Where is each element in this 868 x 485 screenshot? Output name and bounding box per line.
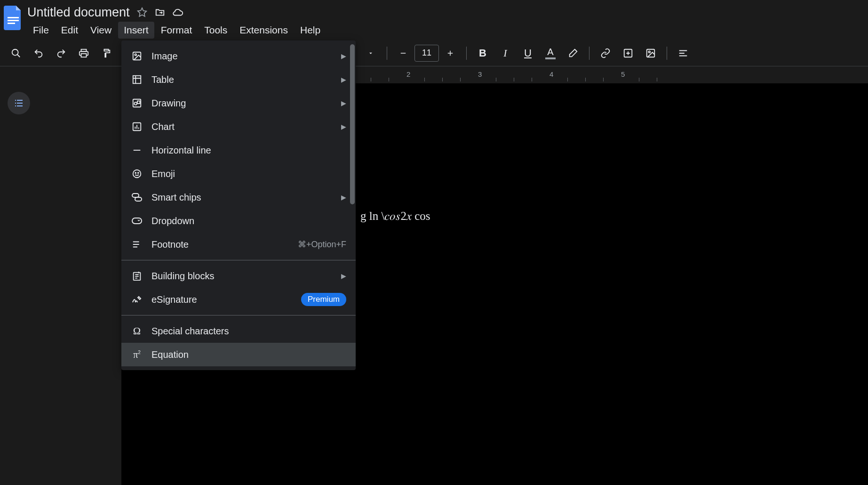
insert-link-icon[interactable] (595, 43, 616, 64)
menubar: File Edit View Insert Format Tools Exten… (27, 22, 326, 39)
shortcut-label: ⌘+Option+F (298, 239, 346, 250)
menu-item-label: Emoji (151, 169, 346, 179)
menu-item-label: Equation (151, 349, 346, 360)
title-area: Untitled document File Edit View Insert … (27, 3, 326, 39)
chart-icon (131, 121, 143, 133)
menu-item-dropdown[interactable]: Dropdown (121, 209, 356, 233)
svg-point-17 (135, 172, 136, 173)
underline-icon[interactable]: U (518, 43, 538, 64)
svg-point-13 (135, 102, 137, 105)
submenu-arrow-icon: ▶ (341, 99, 346, 107)
footnote-icon (131, 238, 143, 251)
menu-item-label: Smart chips (151, 192, 341, 203)
menu-item-emoji[interactable]: Emoji (121, 162, 356, 186)
menu-insert[interactable]: Insert (118, 22, 154, 39)
italic-icon[interactable]: I (495, 43, 516, 64)
svg-point-3 (12, 49, 18, 55)
omega-icon: Ω (131, 325, 143, 337)
svg-rect-0 (8, 17, 19, 18)
ruler-mark: 2 (406, 70, 410, 78)
separator (387, 47, 387, 60)
docs-logo[interactable] (4, 6, 23, 30)
esignature-icon (131, 293, 143, 306)
svg-rect-11 (133, 76, 141, 84)
outline-button[interactable] (8, 92, 30, 114)
menu-item-esignature[interactable]: eSignature Premium (121, 288, 356, 311)
title-row: Untitled document (27, 3, 326, 22)
menu-item-horizontal-line[interactable]: Horizontal line (121, 138, 356, 162)
menu-item-label: Image (151, 51, 341, 62)
separator (589, 47, 589, 60)
premium-badge: Premium (301, 293, 346, 306)
emoji-icon (131, 168, 143, 180)
ruler[interactable]: 2 3 4 5 (361, 66, 868, 83)
menu-view[interactable]: View (85, 22, 117, 39)
menu-item-image[interactable]: Image ▶ (121, 44, 356, 68)
menu-tools[interactable]: Tools (199, 22, 233, 39)
menu-item-table[interactable]: Table ▶ (121, 68, 356, 91)
equation-text[interactable]: g ln \𝑐𝑜𝑠2𝑥 cos (360, 210, 430, 223)
align-icon[interactable] (673, 43, 693, 64)
submenu-arrow-icon: ▶ (341, 123, 346, 130)
font-size-decrease-icon[interactable] (393, 43, 414, 64)
menu-item-label: Special characters (151, 326, 346, 337)
add-comment-icon[interactable] (618, 43, 638, 64)
ruler-mark: 3 (478, 70, 482, 78)
paint-format-icon[interactable] (96, 43, 117, 64)
menu-file[interactable]: File (27, 22, 55, 39)
menu-edit[interactable]: Edit (56, 22, 84, 39)
menu-item-equation[interactable]: π2 Equation (121, 343, 356, 366)
table-icon (131, 73, 143, 86)
svg-rect-5 (81, 53, 87, 57)
document-title[interactable]: Untitled document (27, 5, 130, 20)
menu-item-label: Building blocks (151, 271, 341, 282)
svg-rect-2 (8, 23, 15, 24)
svg-rect-1 (8, 20, 19, 21)
menu-item-special-characters[interactable]: Ω Special characters (121, 319, 356, 343)
svg-point-8 (648, 51, 650, 53)
menu-help[interactable]: Help (295, 22, 326, 39)
menu-item-footnote[interactable]: Footnote ⌘+Option+F (121, 233, 356, 256)
insert-image-icon[interactable] (640, 43, 661, 64)
menu-item-label: Chart (151, 121, 341, 132)
undo-icon[interactable] (28, 43, 49, 64)
cloud-status-icon[interactable] (172, 7, 183, 18)
menu-format[interactable]: Format (155, 22, 198, 39)
bold-icon[interactable]: B (472, 43, 493, 64)
scrollbar[interactable] (350, 44, 355, 204)
text-color-icon[interactable]: A (540, 43, 561, 64)
font-size-input[interactable]: 11 (414, 45, 439, 62)
header: Untitled document File Edit View Insert … (0, 0, 868, 40)
smart-chips-icon (131, 191, 143, 203)
divider (121, 260, 356, 260)
menu-item-smart-chips[interactable]: Smart chips ▶ (121, 186, 356, 209)
highlight-icon[interactable] (563, 43, 583, 64)
menu-item-label: Table (151, 74, 341, 85)
move-folder-icon[interactable] (154, 7, 166, 18)
separator (466, 47, 467, 60)
menu-item-label: Drawing (151, 98, 341, 109)
redo-icon[interactable] (51, 43, 72, 64)
svg-rect-14 (137, 101, 140, 104)
submenu-arrow-icon: ▶ (341, 52, 346, 60)
dropdown-icon (131, 215, 143, 227)
separator (667, 47, 667, 60)
menu-item-drawing[interactable]: Drawing ▶ (121, 91, 356, 115)
equation-icon: π2 (131, 348, 143, 361)
font-size-group: 11 (393, 43, 461, 64)
svg-rect-20 (135, 197, 142, 201)
image-icon (131, 50, 143, 62)
divider (121, 315, 356, 315)
submenu-arrow-icon: ▶ (341, 272, 346, 280)
menu-item-chart[interactable]: Chart ▶ (121, 115, 356, 138)
menu-item-label: Dropdown (151, 216, 346, 226)
menu-item-building-blocks[interactable]: Building blocks ▶ (121, 264, 356, 288)
submenu-arrow-icon: ▶ (341, 76, 346, 83)
search-icon[interactable] (6, 43, 26, 64)
print-icon[interactable] (73, 43, 94, 64)
font-size-increase-icon[interactable] (440, 43, 461, 64)
star-icon[interactable] (136, 7, 148, 18)
styles-dropdown-icon[interactable] (360, 43, 381, 64)
menu-extensions[interactable]: Extensions (234, 22, 294, 39)
svg-point-18 (138, 172, 139, 173)
